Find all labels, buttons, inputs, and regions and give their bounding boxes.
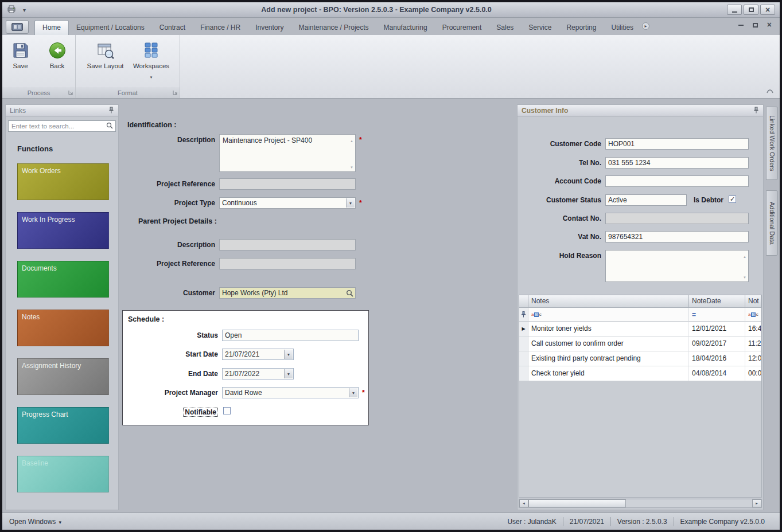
- time-cell[interactable]: 11:2: [745, 337, 761, 351]
- note-cell[interactable]: Existing third party contract pending: [528, 351, 689, 366]
- table-row[interactable]: Call customer to confirm order 09/02/201…: [519, 337, 761, 351]
- scrollbar-thumb[interactable]: [528, 499, 626, 507]
- filter-cell-notes[interactable]: [528, 308, 689, 322]
- function-tile-progress-chart[interactable]: Progress Chart: [17, 407, 109, 444]
- customer-code-input[interactable]: HOP001: [605, 138, 749, 150]
- search-icon[interactable]: [346, 290, 353, 299]
- table-row[interactable]: ▶ Monitor toner yields 12/01/2021 16:4: [519, 322, 761, 337]
- pin-icon[interactable]: [753, 107, 759, 115]
- end-date-select[interactable]: 21/07/2022: [222, 368, 294, 380]
- filter-cell-notetime[interactable]: [745, 308, 761, 322]
- open-windows-button[interactable]: Open Windows: [9, 518, 61, 526]
- function-tile-notes[interactable]: Notes: [17, 310, 109, 346]
- function-tile-documents[interactable]: Documents: [17, 261, 109, 298]
- function-tile-baseline[interactable]: Baseline: [17, 456, 109, 492]
- tab-procurement[interactable]: Procurement: [435, 21, 489, 35]
- back-button[interactable]: Back: [41, 38, 74, 88]
- tab-service[interactable]: Service: [521, 21, 559, 35]
- customer-info-title: Customer Info: [522, 107, 568, 115]
- scroll-up-icon[interactable]: [350, 136, 353, 144]
- function-tile-work-orders[interactable]: Work Orders: [17, 163, 109, 200]
- date-cell[interactable]: 09/02/2017: [689, 337, 745, 351]
- chevron-down-icon[interactable]: [284, 350, 293, 359]
- note-cell[interactable]: Check toner yield: [528, 366, 689, 381]
- account-code-label: Account Code: [518, 175, 601, 185]
- table-row[interactable]: Existing third party contract pending 18…: [519, 351, 761, 366]
- scroll-down-icon[interactable]: [350, 162, 353, 170]
- tab-contract[interactable]: Contract: [152, 21, 193, 35]
- customer-lookup-input[interactable]: Hope Works (Pty) Ltd: [219, 287, 356, 299]
- tab-equipment-locations[interactable]: Equipment / Locations: [69, 21, 152, 35]
- column-header-notedate[interactable]: NoteDate: [689, 295, 745, 308]
- tab-manufacturing[interactable]: Manufacturing: [376, 21, 435, 35]
- functions-header: Functions: [17, 144, 118, 153]
- date-cell[interactable]: 18/04/2016: [689, 351, 745, 366]
- tab-maintenance-projects[interactable]: Maintenance / Projects: [291, 21, 376, 35]
- account-code-input[interactable]: [605, 175, 749, 187]
- filter-cell-notedate[interactable]: =: [689, 308, 745, 322]
- pin-icon[interactable]: [108, 107, 114, 115]
- scroll-up-icon[interactable]: [743, 252, 746, 260]
- date-cell[interactable]: 12/01/2021: [689, 322, 745, 337]
- tab-inventory[interactable]: Inventory: [248, 21, 291, 35]
- time-cell[interactable]: 12:0: [745, 351, 761, 366]
- is-debtor-checkbox[interactable]: ✓: [729, 195, 736, 203]
- save-button[interactable]: Save: [4, 38, 37, 88]
- start-date-select[interactable]: 21/07/2021: [222, 349, 294, 360]
- function-tile-assignment-history[interactable]: Assignment History: [17, 358, 109, 395]
- description-input[interactable]: Maintenance Project - SP400: [219, 134, 356, 172]
- tab-sales[interactable]: Sales: [489, 21, 521, 35]
- back-button-label: Back: [50, 62, 65, 69]
- tab-overflow-icon[interactable]: [642, 22, 649, 30]
- parent-reference-input: [219, 258, 356, 269]
- tab-finance-hr[interactable]: Finance / HR: [193, 21, 248, 35]
- application-button[interactable]: [6, 20, 29, 34]
- tel-input[interactable]: 031 555 1234: [605, 157, 749, 169]
- note-cell[interactable]: Call customer to confirm order: [528, 337, 689, 351]
- tab-home[interactable]: Home: [34, 20, 69, 35]
- row-indicator: [519, 337, 528, 351]
- chevron-down-icon[interactable]: [346, 198, 355, 208]
- chevron-down-icon[interactable]: [349, 388, 357, 397]
- workspaces-button[interactable]: Workspaces: [131, 38, 172, 88]
- vat-input[interactable]: 987654321: [605, 231, 749, 242]
- tile-label: Baseline: [22, 459, 48, 467]
- date-cell[interactable]: 04/08/2014: [689, 366, 745, 381]
- mdi-restore-button[interactable]: [753, 23, 758, 28]
- tab-linked-work-orders[interactable]: Linked Work Orders: [766, 107, 778, 180]
- back-icon: [48, 41, 67, 60]
- save-icon: [11, 41, 30, 60]
- tab-utilities[interactable]: Utilities: [604, 21, 641, 35]
- column-header-notes[interactable]: Notes: [528, 295, 689, 308]
- dialog-launcher-icon[interactable]: [173, 89, 178, 96]
- maximize-button[interactable]: [744, 5, 758, 15]
- project-type-select[interactable]: Continuous: [219, 197, 356, 209]
- search-input[interactable]: [9, 123, 104, 130]
- close-button[interactable]: [760, 5, 775, 15]
- function-tile-work-in-progress[interactable]: Work In Progress: [17, 212, 109, 249]
- minimize-button[interactable]: [727, 5, 742, 15]
- dialog-launcher-icon[interactable]: [68, 89, 73, 96]
- tile-label: Notes: [22, 313, 40, 321]
- hold-reason-input[interactable]: [605, 250, 749, 282]
- scroll-left-button[interactable]: [519, 499, 528, 507]
- ribbon-collapse-icon[interactable]: [766, 88, 774, 96]
- time-cell[interactable]: 16:4: [745, 322, 761, 337]
- customer-code-row: Customer Code HOP001: [518, 138, 749, 150]
- note-cell[interactable]: Monitor toner yields: [528, 322, 689, 337]
- column-header-notetime[interactable]: Not: [745, 295, 761, 308]
- tab-additional-data[interactable]: Additional Data: [766, 190, 778, 256]
- project-manager-select[interactable]: David Rowe: [222, 387, 359, 398]
- scroll-down-icon[interactable]: [743, 272, 746, 280]
- mdi-minimize-button[interactable]: [738, 25, 744, 26]
- status-input[interactable]: Open: [222, 330, 359, 341]
- time-cell[interactable]: 00:0: [745, 366, 761, 381]
- chevron-down-icon[interactable]: [284, 369, 293, 378]
- save-layout-button[interactable]: Save Layout: [84, 38, 127, 88]
- tab-reporting[interactable]: Reporting: [559, 21, 604, 35]
- mdi-close-button[interactable]: [767, 21, 772, 29]
- notifiable-checkbox[interactable]: [223, 407, 231, 414]
- scroll-right-button[interactable]: [752, 499, 761, 507]
- customer-status-input[interactable]: Active: [605, 194, 687, 206]
- table-row[interactable]: Check toner yield 04/08/2014 00:0: [519, 366, 761, 381]
